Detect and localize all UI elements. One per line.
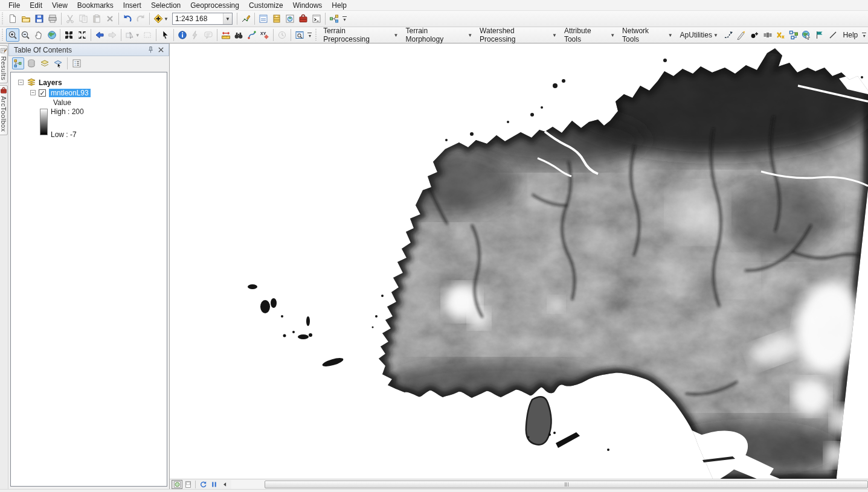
layer-name[interactable]: mntleonL93 — [49, 89, 91, 97]
python-window-button[interactable] — [310, 12, 323, 25]
list-by-source-button[interactable] — [25, 57, 37, 69]
redo-button[interactable] — [134, 12, 147, 25]
horizontal-scrollbar-thumb[interactable] — [265, 481, 868, 488]
global-delineation-button[interactable] — [800, 28, 814, 42]
table-of-contents-window-button[interactable] — [257, 12, 270, 25]
layers-group-label[interactable]: Layers — [39, 78, 62, 87]
menu-bookmarks[interactable]: Bookmarks — [72, 1, 118, 10]
attribute-pen-button[interactable] — [735, 28, 748, 42]
menu-view[interactable]: View — [47, 1, 72, 10]
split-merge-button[interactable] — [761, 28, 774, 42]
arctoolbox-window-button[interactable] — [297, 12, 310, 25]
new-map-icon — [8, 14, 18, 24]
archydro-menu-aputilities[interactable]: ApUtilities▼ — [677, 29, 722, 41]
catalog-window-button[interactable] — [270, 12, 283, 25]
toolbar-overflow-button[interactable]: ▾ — [306, 28, 314, 42]
undo-button[interactable] — [121, 12, 134, 25]
list-by-selection-button[interactable] — [52, 57, 64, 69]
save-button[interactable] — [33, 12, 46, 25]
menu-insert[interactable]: Insert — [118, 1, 146, 10]
toc-pin-button[interactable] — [146, 45, 156, 55]
search-window-button[interactable] — [283, 12, 297, 25]
menu-windows[interactable]: Windows — [288, 1, 327, 10]
clear-selection-button[interactable] — [141, 28, 155, 42]
flow-path-tracing-button[interactable] — [722, 28, 735, 42]
go-to-xy-button[interactable] — [259, 28, 272, 42]
map-canvas[interactable] — [170, 43, 868, 479]
paste-button[interactable] — [90, 12, 103, 25]
toc-options-button[interactable] — [71, 57, 83, 69]
archydro-menu-terrain-morphology[interactable]: Terrain Morphology▼ — [402, 25, 477, 45]
measure-button[interactable] — [219, 28, 233, 42]
select-features-button[interactable] — [123, 28, 137, 42]
line-tool-button[interactable] — [826, 28, 840, 42]
data-view-button[interactable] — [172, 480, 182, 489]
forward-extent-button[interactable] — [106, 28, 119, 42]
archydro-menu-terrain-preprocessing[interactable]: Terrain Preprocessing▼ — [320, 25, 402, 45]
horizontal-scrollbar[interactable] — [231, 480, 868, 489]
menu-help[interactable]: Help — [327, 1, 352, 10]
identify-button[interactable] — [176, 28, 189, 42]
hyperlink-button[interactable] — [188, 28, 202, 42]
layer-expander[interactable]: − — [30, 90, 36, 95]
dock-tab-results[interactable]: Results — [0, 45, 8, 83]
dropdown-caret-icon[interactable]: ▼ — [135, 33, 140, 38]
toolbar-overflow-button[interactable]: ▾ — [341, 12, 349, 25]
toc-close-button[interactable] — [156, 45, 166, 55]
delete-feature-button[interactable] — [774, 28, 787, 42]
map-scale-dropdown-icon[interactable]: ▼ — [223, 13, 232, 24]
viewer-window-button[interactable] — [293, 28, 306, 42]
network-schema-button[interactable] — [787, 28, 800, 42]
list-by-drawing-order-button[interactable] — [12, 57, 24, 69]
find-button[interactable] — [232, 28, 245, 42]
new-map-button[interactable] — [6, 12, 19, 25]
toc-title-bar[interactable]: Table Of Contents — [8, 43, 169, 56]
menu-customize[interactable]: Customize — [244, 1, 288, 10]
layout-view-button[interactable] — [182, 480, 193, 489]
editor-toolbar-button[interactable] — [239, 12, 252, 25]
find-route-button[interactable] — [245, 28, 259, 42]
map-scale-combobox[interactable]: 1:243 168▼ — [172, 13, 233, 25]
back-extent-button[interactable] — [93, 28, 106, 42]
menu-file[interactable]: File — [4, 1, 25, 10]
archydro-menu-watershed-processing[interactable]: Watershed Processing▼ — [476, 25, 561, 45]
archydro-help-button[interactable]: Help — [840, 29, 861, 41]
pause-draw-button[interactable] — [208, 480, 219, 489]
menu-geoprocessing[interactable]: Geoprocessing — [185, 1, 244, 10]
open-button[interactable] — [19, 12, 33, 25]
full-extent-button[interactable] — [45, 28, 59, 42]
point-delineation-button[interactable] — [748, 28, 761, 42]
delete-button[interactable] — [103, 12, 117, 25]
add-data-button[interactable] — [152, 12, 165, 25]
fixed-zoom-in-button[interactable] — [62, 28, 76, 42]
dropdown-caret-icon[interactable]: ▼ — [164, 16, 169, 22]
toolbar-grip[interactable] — [1, 13, 4, 25]
pan-button[interactable] — [32, 28, 45, 42]
print-button[interactable] — [46, 12, 59, 25]
menu-selection[interactable]: Selection — [146, 1, 185, 10]
refresh-draw-button[interactable] — [198, 480, 208, 489]
archydro-menu-network-tools[interactable]: Network Tools▼ — [619, 25, 676, 45]
list-by-visibility-button[interactable] — [39, 57, 51, 69]
zoom-in-button[interactable] — [6, 28, 19, 42]
layers-expander[interactable]: − — [18, 80, 24, 85]
cut-button[interactable] — [63, 12, 77, 25]
time-slider-button[interactable] — [275, 28, 289, 42]
modelbuilder-button[interactable] — [327, 12, 341, 25]
menu-edit[interactable]: Edit — [25, 1, 47, 10]
dock-tab-arctoolbox[interactable]: ArcToolbox — [0, 85, 8, 135]
toolbar-grip[interactable] — [1, 29, 4, 41]
copy-button[interactable] — [77, 12, 90, 25]
zoom-out-button[interactable] — [19, 28, 33, 42]
scroll-left-button[interactable] — [219, 480, 230, 489]
layer-visibility-checkbox[interactable]: ✓ — [39, 89, 46, 97]
html-popup-button[interactable] — [202, 28, 215, 42]
toolbar-grip[interactable] — [315, 29, 318, 41]
flag-tool-button[interactable] — [813, 28, 826, 42]
map-view[interactable] — [170, 43, 868, 479]
fixed-zoom-out-button[interactable] — [76, 28, 89, 42]
toolbar-overflow-button[interactable]: ▾ — [860, 28, 868, 42]
archydro-menu-attribute-tools[interactable]: Attribute Tools▼ — [561, 25, 619, 45]
table-of-contents-panel: Table Of Contents − Layers − ✓ mntleonL9… — [8, 43, 170, 489]
select-elements-button[interactable] — [158, 28, 172, 42]
